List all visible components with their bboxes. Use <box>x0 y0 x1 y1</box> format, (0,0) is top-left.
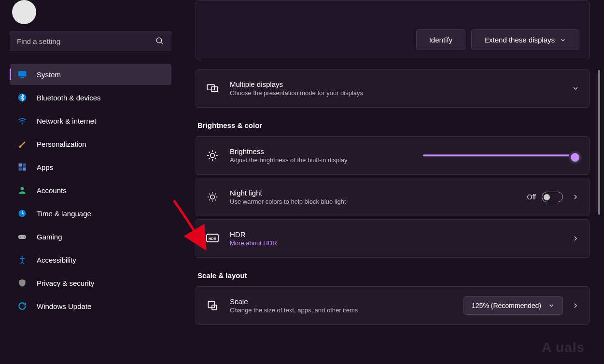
gamepad-icon <box>16 232 28 241</box>
setting-title: Brightness <box>230 147 423 155</box>
setting-desc: Use warmer colors to help block blue lig… <box>230 198 527 205</box>
person-icon <box>16 185 28 195</box>
sidebar-item-gaming[interactable]: Gaming <box>10 226 171 247</box>
setting-title: Multiple displays <box>230 80 563 88</box>
night-light-row[interactable]: Night light Use warmer colors to help bl… <box>196 178 590 216</box>
brush-icon <box>16 139 28 149</box>
sidebar-item-label: Bluetooth & devices <box>37 94 101 102</box>
sidebar-item-windows-update[interactable]: Windows Update <box>10 295 171 317</box>
section-heading-brightness: Brightness & color <box>197 121 590 129</box>
apps-icon <box>16 162 28 172</box>
svg-rect-6 <box>19 164 22 167</box>
chevron-down-icon <box>548 302 555 309</box>
update-icon <box>16 301 28 311</box>
hdr-more-link[interactable]: More about HDR <box>230 239 563 247</box>
night-light-icon <box>206 190 219 204</box>
svg-rect-2 <box>18 71 27 76</box>
svg-text:HDR: HDR <box>209 237 217 241</box>
sidebar-item-accounts[interactable]: Accounts <box>10 180 171 201</box>
svg-rect-7 <box>23 164 26 167</box>
section-heading-scale: Scale & layout <box>197 271 590 280</box>
sidebar-item-label: Apps <box>37 163 53 171</box>
clock-globe-icon <box>16 209 28 218</box>
svg-line-24 <box>215 158 216 159</box>
chevron-right-icon <box>572 235 579 242</box>
scale-icon <box>206 299 219 312</box>
setting-title: HDR <box>230 230 563 238</box>
sidebar-item-label: Accounts <box>37 186 67 195</box>
identify-button[interactable]: Identify <box>416 29 465 50</box>
sidebar-item-label: Network & internet <box>37 117 96 125</box>
setting-desc: Adjust the brightness of the built-in di… <box>230 156 423 164</box>
sidebar-item-label: Gaming <box>37 233 62 241</box>
shield-icon <box>16 278 28 288</box>
chevron-down-icon <box>572 84 579 92</box>
sidebar: System Bluetooth & devices Network & int… <box>0 0 181 364</box>
chevron-right-icon <box>572 302 579 309</box>
svg-point-13 <box>20 237 21 238</box>
sidebar-item-label: Privacy & security <box>37 279 94 287</box>
sun-icon <box>206 149 219 162</box>
sidebar-item-bluetooth[interactable]: Bluetooth & devices <box>10 87 171 108</box>
svg-rect-30 <box>208 301 214 308</box>
display-icon <box>16 70 28 79</box>
sidebar-item-privacy[interactable]: Privacy & security <box>10 272 171 294</box>
sidebar-item-label: System <box>37 70 61 79</box>
night-light-toggle[interactable] <box>542 192 563 202</box>
svg-point-15 <box>21 256 23 258</box>
hdr-icon: HDR <box>206 232 219 245</box>
search-box[interactable] <box>10 31 171 51</box>
watermark: A uals <box>542 340 585 355</box>
sidebar-item-label: Personalization <box>37 140 86 148</box>
brightness-slider[interactable] <box>423 154 577 156</box>
search-icon <box>155 37 164 45</box>
svg-rect-8 <box>19 168 22 171</box>
setting-desc: Change the size of text, apps, and other… <box>230 307 464 314</box>
svg-rect-3 <box>20 77 24 78</box>
sidebar-item-network[interactable]: Network & internet <box>10 110 171 131</box>
extend-displays-dropdown[interactable]: Extend these displays <box>471 29 579 50</box>
chevron-down-icon <box>560 37 566 43</box>
chevron-right-icon <box>572 193 579 201</box>
svg-point-10 <box>21 187 24 190</box>
svg-line-25 <box>209 158 210 159</box>
svg-point-0 <box>156 38 162 43</box>
brightness-row: Brightness Adjust the brightness of the … <box>196 136 590 175</box>
svg-rect-9 <box>23 168 26 171</box>
sidebar-item-time-language[interactable]: Time & language <box>10 203 171 224</box>
svg-rect-12 <box>18 235 27 239</box>
sidebar-item-personalization[interactable]: Personalization <box>10 133 171 154</box>
svg-point-18 <box>211 154 215 158</box>
svg-point-5 <box>22 123 23 124</box>
search-input[interactable] <box>17 37 155 45</box>
display-arrangement-card: Identify Extend these displays <box>196 0 590 60</box>
wifi-icon <box>16 116 28 126</box>
svg-line-26 <box>215 152 216 153</box>
scrollbar[interactable] <box>598 70 600 215</box>
accessibility-icon <box>16 255 28 265</box>
main-content: Identify Extend these displays Multiple … <box>181 0 604 364</box>
scale-row[interactable]: Scale Change the size of text, apps, and… <box>196 286 590 325</box>
toggle-state-label: Off <box>527 193 536 201</box>
bluetooth-icon <box>16 93 28 102</box>
sidebar-item-accessibility[interactable]: Accessibility <box>10 249 171 270</box>
sidebar-item-label: Windows Update <box>37 302 91 310</box>
multiple-displays-row[interactable]: Multiple displays Choose the presentatio… <box>196 69 590 108</box>
sidebar-item-label: Accessibility <box>37 256 76 264</box>
sidebar-item-system[interactable]: System <box>10 64 171 85</box>
svg-line-23 <box>209 152 210 153</box>
scale-dropdown[interactable]: 125% (Recommended) <box>464 296 563 315</box>
svg-rect-16 <box>207 84 214 90</box>
sidebar-item-apps[interactable]: Apps <box>10 156 171 178</box>
setting-title: Scale <box>230 297 464 306</box>
setting-desc: Choose the presentation mode for your di… <box>230 89 563 97</box>
sidebar-item-label: Time & language <box>37 210 91 218</box>
svg-point-14 <box>24 237 25 238</box>
slider-thumb[interactable] <box>569 151 581 164</box>
setting-title: Night light <box>230 189 527 197</box>
svg-line-1 <box>161 42 163 44</box>
displays-icon <box>206 82 219 95</box>
hdr-row[interactable]: HDR HDR More about HDR <box>196 219 590 258</box>
user-avatar[interactable] <box>12 0 36 24</box>
